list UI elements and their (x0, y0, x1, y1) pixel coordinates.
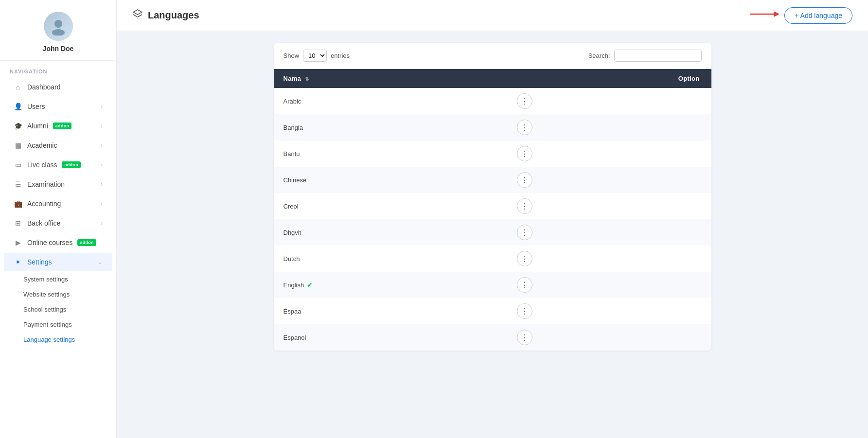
language-name-cell: Dhgvh (274, 219, 508, 245)
onlinecourses-badge: addon (77, 239, 96, 246)
languages-table: Nama ⇅ Option Arabic⋮Bangla⋮Bantu⋮Chines… (274, 69, 711, 350)
add-language-wrap: + Add language (750, 7, 852, 24)
table-row: Espaa⋮ (274, 298, 711, 324)
sidebar-item-liveclass[interactable]: ▭ Live class addon › (4, 156, 112, 174)
option-cell: ⋮ (507, 140, 711, 167)
svg-point-0 (54, 20, 62, 28)
show-entries-wrap: Show 10 25 50 entries (283, 50, 350, 62)
sidebar-item-language-settings[interactable]: Language settings (0, 332, 116, 347)
sidebar-item-label-accounting: Accounting (27, 200, 61, 208)
table-row: Dhgvh⋮ (274, 219, 711, 245)
chevron-down-icon: ⌄ (98, 259, 103, 265)
option-cell: ⋮ (507, 193, 711, 219)
option-cell: ⋮ (507, 298, 711, 324)
table-row: Bangla⋮ (274, 114, 711, 140)
option-cell: ⋮ (507, 167, 711, 193)
table-row: Espanol⋮ (274, 324, 711, 350)
sidebar-item-examination[interactable]: ☰ Examination › (4, 175, 112, 193)
chevron-right-icon: › (101, 200, 103, 207)
search-label: Search: (588, 52, 610, 59)
row-option-button[interactable]: ⋮ (517, 146, 532, 161)
alumni-icon: 🎓 (14, 122, 22, 130)
language-name-cell: Chinese (274, 167, 508, 193)
row-option-button[interactable]: ⋮ (517, 172, 532, 188)
table-row: Creol⋮ (274, 193, 711, 219)
row-option-button[interactable]: ⋮ (517, 330, 532, 345)
academic-icon: ▦ (14, 141, 22, 150)
main-area: Languages + Add language Show 10 25 (117, 0, 868, 438)
sidebar-item-system-settings[interactable]: System settings (0, 272, 116, 287)
sidebar-item-backoffice[interactable]: ⊞ Back office › (4, 214, 112, 232)
row-option-button[interactable]: ⋮ (517, 277, 532, 293)
row-option-button[interactable]: ⋮ (517, 198, 532, 214)
sidebar-profile: John Doe (0, 0, 116, 61)
layers-icon (132, 9, 143, 22)
sidebar: John Doe NAVIGATION ⌂ Dashboard 👤 Users … (0, 0, 117, 438)
settings-icon: ✦ (14, 258, 22, 266)
sidebar-item-label-onlinecourses: Online courses (27, 239, 72, 246)
row-option-button[interactable]: ⋮ (517, 225, 532, 240)
sidebar-item-label-users: Users (27, 103, 45, 110)
liveclass-badge: addon (62, 161, 81, 168)
avatar (44, 12, 73, 41)
content-area: Show 10 25 50 entries Search: (117, 31, 868, 438)
row-option-button[interactable]: ⋮ (517, 303, 532, 319)
language-name-cell: English✔ (274, 272, 508, 298)
search-wrap: Search: (588, 50, 702, 62)
svg-point-1 (52, 29, 65, 35)
backoffice-icon: ⊞ (14, 219, 22, 228)
sidebar-item-school-settings[interactable]: School settings (0, 302, 116, 317)
chevron-right-icon: › (101, 161, 103, 168)
sidebar-item-alumni[interactable]: 🎓 Alumni addon › (4, 117, 112, 135)
option-cell: ⋮ (507, 88, 711, 114)
table-row: Dutch⋮ (274, 245, 711, 272)
table-row: Arabic⋮ (274, 88, 711, 114)
language-name-cell: Bantu (274, 140, 508, 167)
sidebar-item-accounting[interactable]: 💼 Accounting › (4, 194, 112, 213)
table-row: Chinese⋮ (274, 167, 711, 193)
settings-submenu: System settings Website settings School … (0, 272, 116, 347)
option-cell: ⋮ (507, 114, 711, 140)
sidebar-item-website-settings[interactable]: Website settings (0, 287, 116, 302)
sort-icon: ⇅ (305, 76, 309, 82)
row-option-button[interactable]: ⋮ (517, 93, 532, 109)
user-name: John Doe (43, 45, 74, 53)
chevron-right-icon: › (101, 123, 103, 129)
col-nama[interactable]: Nama ⇅ (274, 69, 508, 88)
sidebar-item-onlinecourses[interactable]: ▶ Online courses addon (4, 233, 112, 252)
chevron-right-icon: › (101, 142, 103, 149)
sidebar-item-label-alumni: Alumni (27, 122, 48, 130)
table-controls: Show 10 25 50 entries Search: (274, 43, 711, 69)
sidebar-item-label-examination: Examination (27, 180, 65, 188)
languages-table-container: Show 10 25 50 entries Search: (274, 43, 711, 350)
sidebar-item-users[interactable]: 👤 Users › (4, 97, 112, 116)
sidebar-item-dashboard[interactable]: ⌂ Dashboard (4, 78, 112, 96)
entries-select[interactable]: 10 25 50 (303, 50, 327, 62)
language-name-cell: Espaa (274, 298, 508, 324)
nav-section-label: NAVIGATION (0, 61, 116, 77)
sidebar-item-settings[interactable]: ✦ Settings ⌄ (4, 253, 112, 271)
chevron-right-icon: › (101, 181, 103, 188)
sidebar-item-label-settings: Settings (27, 258, 52, 266)
users-icon: 👤 (14, 102, 22, 111)
onlinecourses-icon: ▶ (14, 238, 22, 247)
arrow-right-icon (750, 8, 779, 23)
language-name-cell: Espanol (274, 324, 508, 350)
search-input[interactable] (614, 50, 702, 62)
svg-marker-3 (774, 11, 779, 17)
sidebar-item-label-backoffice: Back office (27, 219, 60, 227)
row-option-button[interactable]: ⋮ (517, 120, 532, 135)
show-label: Show (283, 52, 300, 59)
top-bar: Languages + Add language (117, 0, 868, 31)
page-title: Languages (148, 10, 199, 21)
accounting-icon: 💼 (14, 199, 22, 208)
sidebar-item-payment-settings[interactable]: Payment settings (0, 317, 116, 332)
sidebar-item-academic[interactable]: ▦ Academic › (4, 136, 112, 155)
col-option: Option (507, 69, 711, 88)
row-option-button[interactable]: ⋮ (517, 251, 532, 266)
table-row: English✔⋮ (274, 272, 711, 298)
add-language-button[interactable]: + Add language (784, 7, 852, 24)
language-name-cell: Creol (274, 193, 508, 219)
avatar-image (44, 12, 73, 41)
option-cell: ⋮ (507, 219, 711, 245)
